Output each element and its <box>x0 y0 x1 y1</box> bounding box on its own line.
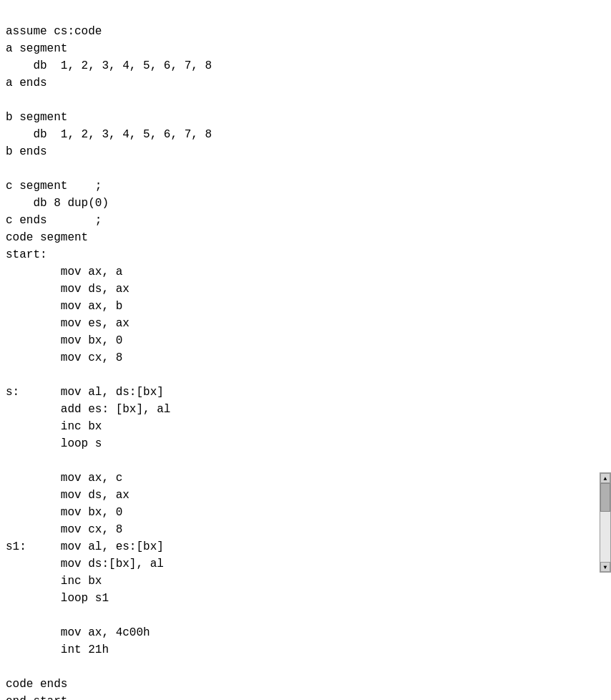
code-line: start: <box>6 246 611 263</box>
code-line: loop s <box>6 435 611 452</box>
code-line: inc bx <box>6 573 611 590</box>
code-line <box>6 607 611 624</box>
code-line <box>6 92 611 109</box>
code-line: mov ds, ax <box>6 281 611 298</box>
code-line: mov ds:[bx], al <box>6 555 611 573</box>
code-line: b ends <box>6 143 611 160</box>
code-line: mov ax, b <box>6 298 611 315</box>
code-line: a segment <box>6 40 611 57</box>
code-editor: assume cs:codea segment db 1, 2, 3, 4, 5… <box>0 0 611 700</box>
code-line: inc bx <box>6 418 611 435</box>
code-line: s: mov al, ds:[bx] <box>6 384 611 401</box>
code-line: a ends <box>6 74 611 92</box>
code-line: end start <box>6 693 611 700</box>
scroll-track[interactable] <box>600 483 610 562</box>
code-line: mov cx, 8 <box>6 521 611 538</box>
code-line: db 1, 2, 3, 4, 5, 6, 7, 8 <box>6 57 611 74</box>
code-line <box>6 452 611 470</box>
scroll-down-button[interactable]: ▼ <box>600 562 610 572</box>
code-line: mov es, ax <box>6 315 611 332</box>
code-line: mov bx, 0 <box>6 332 611 349</box>
code-line: c ends ; <box>6 212 611 229</box>
code-line: int 21h <box>6 641 611 658</box>
scroll-up-button[interactable]: ▲ <box>600 473 610 483</box>
code-line: mov cx, 8 <box>6 349 611 366</box>
code-line: add es: [bx], al <box>6 401 611 418</box>
code-line: mov ds, ax <box>6 487 611 504</box>
code-line: db 1, 2, 3, 4, 5, 6, 7, 8 <box>6 126 611 143</box>
code-line: code segment <box>6 229 611 246</box>
scroll-thumb[interactable] <box>600 483 610 512</box>
code-line: mov bx, 0 <box>6 504 611 521</box>
code-line: assume cs:code <box>6 23 611 40</box>
vertical-scrollbar[interactable]: ▲ ▼ <box>600 472 611 573</box>
code-line: b segment <box>6 109 611 126</box>
code-line: c segment ; <box>6 178 611 195</box>
code-line: s1: mov al, es:[bx] <box>6 538 611 555</box>
code-line: loop s1 <box>6 590 611 607</box>
code-line: mov ax, a <box>6 263 611 281</box>
code-line <box>6 366 611 384</box>
code-line <box>6 658 611 676</box>
code-line: mov ax, 4c00h <box>6 624 611 641</box>
code-line: db 8 dup(0) <box>6 195 611 212</box>
code-line: code ends <box>6 676 611 693</box>
code-line: mov ax, c <box>6 470 611 487</box>
code-line <box>6 160 611 178</box>
